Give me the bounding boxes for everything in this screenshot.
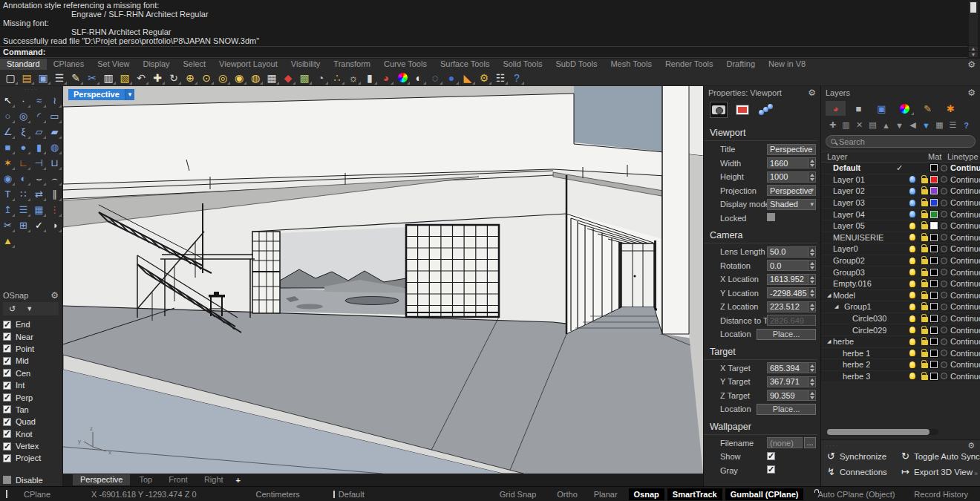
cen-checkbox[interactable] <box>3 369 11 377</box>
linetype-value[interactable]: Continuous <box>950 314 980 323</box>
lock-icon[interactable] <box>918 280 930 287</box>
osnap-int[interactable]: Int <box>3 379 63 391</box>
layer-name[interactable]: Group02 <box>833 256 865 265</box>
layer-name[interactable]: Layer 02 <box>833 186 865 195</box>
layer-row[interactable]: herbe 3Continuous <box>821 371 980 383</box>
layer-search[interactable] <box>826 135 976 148</box>
pipe-tool-icon[interactable]: ⊔ <box>47 155 62 171</box>
camera-place-button[interactable]: Place... <box>757 329 816 340</box>
osnap-history-icon[interactable]: ↺ <box>9 304 16 314</box>
scrollbar-thumb[interactable] <box>827 429 930 435</box>
lock-icon[interactable] <box>918 315 930 322</box>
expand-icon[interactable]: ◢ <box>827 338 833 344</box>
lock-icon[interactable] <box>918 176 930 183</box>
column-layer[interactable]: Layer <box>827 152 848 161</box>
x-target-spinner[interactable] <box>808 363 815 373</box>
list-menu-icon[interactable]: ☰ <box>947 119 958 131</box>
layer-row[interactable]: Group02Continuous <box>821 255 980 267</box>
join-tool-icon[interactable]: ⊞ <box>16 217 31 233</box>
sync-gear-icon[interactable]: ⚙ <box>967 441 976 451</box>
bulb-icon[interactable] <box>906 350 918 356</box>
tab-drafting[interactable]: Drafting <box>720 59 762 70</box>
osnap-project[interactable]: Project <box>3 452 63 464</box>
layer-row[interactable]: Empty.016Continuous <box>821 278 980 290</box>
linetype-value[interactable]: Continuous <box>950 163 980 172</box>
lock-icon[interactable] <box>918 234 930 241</box>
select-tool-icon[interactable]: ↖ <box>0 93 16 108</box>
chevron-down-icon[interactable]: ▾ <box>125 89 135 100</box>
plan-views-icon[interactable]: ▩ <box>296 71 313 85</box>
bulb-icon[interactable] <box>906 304 918 310</box>
z-target-field[interactable]: 90.359 <box>767 390 816 401</box>
ellipse-tool-icon[interactable]: ◎ <box>16 108 31 124</box>
linetype-value[interactable]: Continuous <box>950 268 980 277</box>
perspective-viewport[interactable]: z x y <box>63 86 703 474</box>
osnap-filter-icon[interactable]: ▼ <box>26 305 33 312</box>
properties-tab-viewport[interactable] <box>710 102 728 118</box>
material-icon[interactable] <box>941 211 947 217</box>
material-icon[interactable] <box>941 176 947 183</box>
linetype-value[interactable]: Continuous <box>950 256 980 265</box>
layer-name[interactable]: herbe 1 <box>833 349 870 358</box>
height-field[interactable]: 1000 <box>767 171 816 183</box>
pan-icon[interactable]: ✚ <box>149 71 166 85</box>
layer-name[interactable]: Group1 <box>834 302 872 311</box>
lock-icon[interactable] <box>918 211 930 218</box>
tab-render-tools[interactable]: Render Tools <box>659 59 720 70</box>
layer-color-swatch[interactable] <box>930 164 938 171</box>
layer-row[interactable]: Layer 04Continuous <box>821 209 980 220</box>
fillet-tool-icon[interactable]: ∟ <box>16 155 31 171</box>
toggle-auto-sync-button[interactable]: ↻Toggle Auto Sync <box>901 451 980 462</box>
new-file-icon[interactable]: ▢ <box>2 71 19 85</box>
export-3d-view-button[interactable]: ↦Export 3D View <box>901 466 980 477</box>
more-chevrons[interactable]: » <box>974 470 978 477</box>
column-material[interactable]: Mat <box>928 152 947 161</box>
viewport-tab-right[interactable]: Right <box>197 474 231 485</box>
zoom-extents-icon[interactable]: ◍ <box>247 71 264 85</box>
y-location-field[interactable]: -2298.485 <box>767 287 816 298</box>
layer-name[interactable]: Default <box>833 163 860 172</box>
console-scrollbar[interactable] <box>969 1 978 45</box>
layer-name[interactable]: Layer 01 <box>833 175 865 184</box>
bulb-icon[interactable] <box>906 211 918 217</box>
lock-icon[interactable] <box>918 257 930 264</box>
status-box-icon[interactable] <box>6 490 7 498</box>
layers-gear-icon[interactable]: ⚙ <box>967 88 976 98</box>
material-icon[interactable] <box>941 188 947 194</box>
delete-layer-icon[interactable]: ✕ <box>854 119 865 131</box>
3d-scene[interactable]: z x y <box>63 86 703 474</box>
sphere-tool-icon[interactable]: ● <box>16 140 31 155</box>
bulb-icon[interactable] <box>906 188 918 194</box>
layer-name[interactable]: herbe 2 <box>833 360 870 369</box>
layer-name[interactable]: Circle029 <box>833 326 886 335</box>
new-viewport-tab-button[interactable]: + <box>232 475 244 485</box>
paste-icon[interactable]: ▧ <box>117 71 133 85</box>
layer-color-swatch[interactable] <box>930 187 938 194</box>
linetype-value[interactable]: Continuous <box>950 198 980 207</box>
layer-name[interactable]: Layer 03 <box>833 198 865 207</box>
layer-row[interactable]: ◢ModelContinuous <box>821 290 980 302</box>
column-linetype[interactable]: Linetype <box>947 152 980 161</box>
y-location-spinner[interactable] <box>808 288 815 298</box>
material-icon[interactable] <box>941 269 947 275</box>
lock-icon[interactable] <box>918 350 930 357</box>
knot-checkbox[interactable] <box>3 430 11 438</box>
osnap-cen[interactable]: Cen <box>3 367 63 379</box>
lock-icon[interactable] <box>918 199 930 206</box>
layer-row[interactable]: MENUISERIEContinuous <box>821 232 980 244</box>
material-icon[interactable] <box>941 373 947 379</box>
layer-name[interactable]: herbe 3 <box>833 372 870 381</box>
shade-tool-icon[interactable]: ◑ <box>47 217 62 233</box>
layer-color-swatch[interactable] <box>930 280 938 287</box>
linetype-value[interactable]: Continuous <box>950 244 980 253</box>
material-icon[interactable] <box>941 361 947 368</box>
perp-checkbox[interactable] <box>3 393 11 402</box>
toolbar-gear-icon[interactable]: ⚙ <box>967 59 976 70</box>
mid-checkbox[interactable] <box>3 357 11 365</box>
new-sublayer-icon[interactable]: ▥ <box>840 119 852 131</box>
material-icon[interactable] <box>941 327 947 333</box>
layer-column-headers[interactable]: Layer Mat Linetype <box>821 151 980 163</box>
bulb-icon[interactable] <box>906 338 918 345</box>
lock-icon[interactable] <box>918 303 930 310</box>
osnap-points-icon[interactable]: ∴ <box>329 71 345 85</box>
